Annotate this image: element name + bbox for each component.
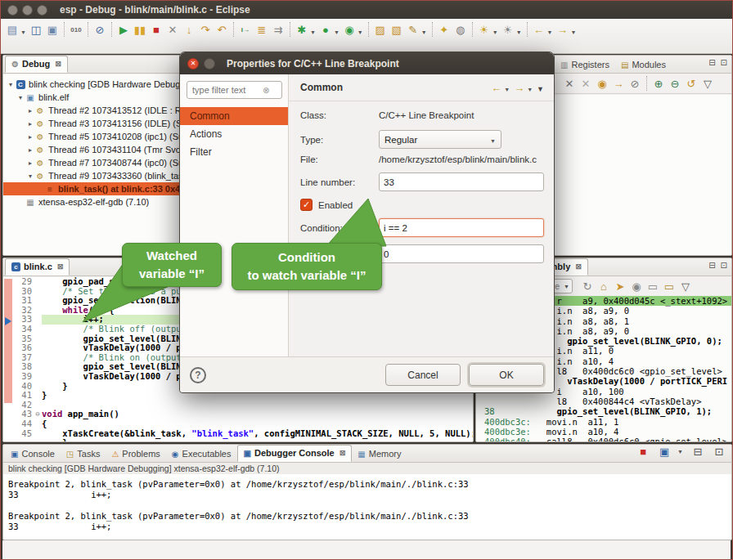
- toolbar-step-granularity-icon[interactable]: ⇉: [270, 21, 286, 38]
- tree-expand-icon[interactable]: ▸: [26, 120, 34, 128]
- disassembly-open-new-icon[interactable]: ▭: [661, 278, 677, 294]
- ignore-count-input[interactable]: [379, 244, 544, 263]
- tree-expand-icon[interactable]: ▸: [26, 107, 34, 114]
- tree-item[interactable]: ▾▣ blink.elf: [3, 91, 185, 104]
- toolbar-step-over-icon[interactable]: ↷: [197, 21, 214, 38]
- close-icon[interactable]: ⊠: [57, 262, 64, 271]
- toolbar-binary-icon[interactable]: 010: [68, 21, 84, 38]
- toolbar-open-project-icon[interactable]: ▨: [372, 21, 389, 38]
- window-maximize-icon[interactable]: [37, 5, 47, 16]
- dropdown-icon[interactable]: ▼: [334, 29, 340, 35]
- breakpoints-collapse-all-icon[interactable]: ⊖: [667, 75, 683, 92]
- editor-line[interactable]: 43⊖void app_main(): [3, 410, 473, 419]
- tab-debugger-console[interactable]: ▣Debugger Console⊠: [237, 445, 353, 462]
- toolbar-last-edit-location-icon[interactable]: ☀: [476, 21, 492, 38]
- tree-item[interactable]: ≡ blink_task() at blink.c:33 0x400dbc: [3, 182, 185, 195]
- breakpoints-skip-all-icon[interactable]: ⊘: [627, 75, 643, 92]
- line-number-input[interactable]: [379, 172, 544, 191]
- editor-line[interactable]: }: [3, 438, 473, 442]
- toolbar-save-all-icon[interactable]: ▣: [44, 21, 61, 38]
- view-menu-icon[interactable]: ▼: [537, 85, 544, 93]
- tree-expand-icon[interactable]: ▸: [26, 133, 34, 141]
- tree-item[interactable]: ▸⚙ Thread #6 1073431104 (Tmr Svc) (Suspe…: [3, 143, 185, 156]
- disassembly-new-view-icon[interactable]: ▭: [645, 278, 661, 294]
- dropdown-icon[interactable]: ▼: [571, 29, 577, 35]
- toolbar-debug-icon[interactable]: ✱: [294, 21, 310, 38]
- dropdown-icon[interactable]: ▼: [677, 449, 683, 460]
- breakpoints-show-breakpoints-supported-icon[interactable]: ◉: [594, 75, 610, 92]
- minimize-icon[interactable]: ⊟: [708, 261, 715, 270]
- toolbar-step-into-icon[interactable]: ↓: [181, 21, 197, 38]
- toolbar-show-debug-sources-icon[interactable]: ≣: [254, 21, 270, 38]
- toolbar-skip-all-breakpoints-icon[interactable]: ⊘: [92, 21, 108, 38]
- dropdown-icon[interactable]: ▼: [20, 29, 26, 35]
- filter-input[interactable]: [191, 84, 263, 96]
- disassembly-refresh-icon[interactable]: ↻: [579, 278, 596, 294]
- console-minimize-icon[interactable]: ⊟: [690, 444, 706, 460]
- toolbar-disconnect-icon[interactable]: ✕: [164, 21, 181, 38]
- tree-item[interactable]: ▸⚙ Thread #3 1073413156 (IDLE) (Suspende…: [3, 117, 185, 130]
- breakpoints-remove-all-breakpoints-icon[interactable]: ✕: [578, 75, 594, 92]
- toolbar-step-return-icon[interactable]: ↶: [214, 21, 230, 38]
- enabled-checkbox[interactable]: ✓: [300, 199, 313, 211]
- condition-input[interactable]: [379, 218, 544, 237]
- tree-expand-icon[interactable]: ▾: [7, 81, 15, 88]
- toolbar-toggle-occurrences-icon[interactable]: ◍: [452, 21, 469, 38]
- close-icon[interactable]: ⊠: [55, 60, 61, 68]
- dropdown-icon[interactable]: ▼: [421, 29, 427, 35]
- console-terminate-console-icon[interactable]: ■: [635, 444, 651, 460]
- tree-item[interactable]: ▸⚙ Thread #2 1073413512 (IDLE : Running): [3, 104, 185, 117]
- tab-executables[interactable]: ◉Executables: [166, 446, 237, 462]
- toolbar-instruction-stepping-icon[interactable]: i→: [237, 21, 254, 38]
- tab-debug[interactable]: ⚙ Debug ⊠: [5, 56, 68, 73]
- dropdown-icon[interactable]: ▼: [516, 29, 522, 35]
- toolbar-pin-editor-icon[interactable]: ✎: [405, 21, 421, 38]
- tab-console[interactable]: ▣Console: [5, 446, 61, 462]
- toolbar-back-icon[interactable]: ←: [531, 21, 547, 38]
- toolbar-new-wizard-icon[interactable]: ▤: [4, 21, 20, 38]
- tree-expand-icon[interactable]: ▾: [26, 172, 34, 180]
- editor-line[interactable]: 45 xTaskCreate(&blink_task, "blink_task"…: [3, 429, 473, 439]
- breakpoints-view-menu-icon[interactable]: ▽: [699, 75, 716, 92]
- clear-filter-icon[interactable]: ⊗: [263, 86, 269, 95]
- dialog-nav-filter[interactable]: Filter: [180, 143, 288, 161]
- tree-item[interactable]: ▦ xtensa-esp32-elf-gdb (7.10): [3, 195, 185, 208]
- disassembly-view-menu-icon[interactable]: ▽: [677, 278, 694, 294]
- help-icon[interactable]: ?: [190, 367, 206, 383]
- maximize-icon[interactable]: ⊡: [721, 58, 727, 67]
- tab-blink-c[interactable]: c blink.c ⊠: [5, 258, 70, 276]
- dropdown-icon[interactable]: ▼: [547, 29, 553, 35]
- tree-expand-icon[interactable]: ▸: [26, 159, 34, 167]
- disassembly-sync-selection-icon[interactable]: ➤: [612, 278, 628, 294]
- maximize-icon[interactable]: ⊡: [721, 261, 727, 270]
- console-maximize-icon[interactable]: ⊡: [711, 444, 727, 460]
- toolbar-format-icon[interactable]: ✦: [436, 21, 452, 38]
- toolbar-save-icon[interactable]: ◫: [28, 21, 44, 38]
- dropdown-icon[interactable]: ▼: [310, 29, 316, 35]
- cancel-button[interactable]: Cancel: [385, 364, 461, 386]
- tab-problems[interactable]: ⚠Problems: [106, 446, 165, 462]
- tree-expand-icon[interactable]: ▸: [26, 146, 34, 154]
- ok-button[interactable]: OK: [469, 364, 544, 386]
- toolbar-external-tools-icon[interactable]: ◉: [341, 21, 358, 38]
- minimize-icon[interactable]: ⊟: [708, 58, 715, 67]
- close-icon[interactable]: ⊠: [340, 449, 346, 457]
- back-arrow-icon[interactable]: ←: [491, 82, 501, 94]
- toolbar-run-icon[interactable]: ●: [317, 21, 334, 38]
- fold-marker-icon[interactable]: ⊖: [34, 410, 42, 419]
- tab-registers[interactable]: ▥ Registers: [555, 57, 615, 73]
- toolbar-previous-annotation-icon[interactable]: ☀: [500, 21, 516, 38]
- filter-field[interactable]: ⊗: [187, 81, 282, 99]
- dialog-nav-actions[interactable]: Actions: [180, 125, 288, 143]
- dropdown-icon[interactable]: ▼: [492, 29, 498, 35]
- window-minimize-icon[interactable]: [22, 5, 33, 16]
- forward-arrow-icon[interactable]: →: [514, 82, 524, 94]
- tab-memory[interactable]: ▦Memory: [352, 446, 407, 462]
- breakpoints-expand-all-icon[interactable]: ⊕: [650, 75, 667, 92]
- tree-expand-icon[interactable]: ▾: [16, 94, 25, 101]
- toolbar-forward-icon[interactable]: →: [555, 21, 571, 38]
- tree-item[interactable]: ▸⚙ Thread #7 1073408744 (ipc0) (Suspende…: [3, 156, 185, 169]
- dialog-maximize-icon[interactable]: [204, 58, 215, 69]
- breakpoints-link-with-debug-icon[interactable]: ↺: [683, 75, 699, 92]
- tab-tasks[interactable]: ◳Tasks: [61, 446, 106, 462]
